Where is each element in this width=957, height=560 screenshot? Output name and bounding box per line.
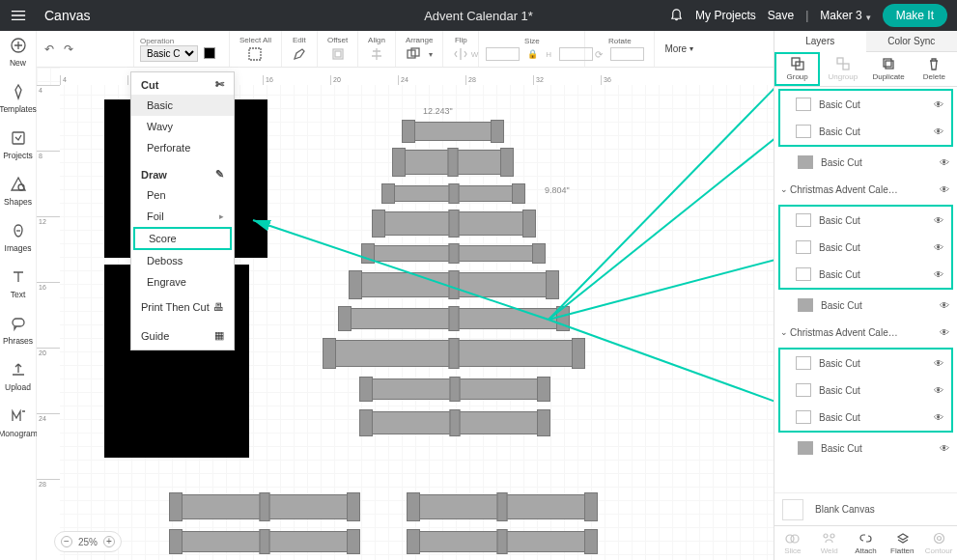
nav-images[interactable]: Images — [5, 222, 32, 253]
eye-icon[interactable]: 👁 — [932, 269, 945, 280]
nav-phrases[interactable]: Phrases — [3, 315, 33, 346]
tool-select-all[interactable]: Select All — [230, 31, 282, 67]
svg-rect-14 — [886, 61, 893, 69]
brand-label: Canvas — [37, 8, 98, 23]
hamburger-icon[interactable] — [0, 0, 37, 31]
nav-upload[interactable]: Upload — [5, 361, 31, 392]
layer-row[interactable]: Basic Cut👁 — [780, 404, 951, 431]
layer-row[interactable]: Basic Cut👁 — [780, 377, 951, 404]
layer-group-header[interactable]: ⌄Christmas Advent Cale…👁 — [774, 176, 957, 203]
op-foil[interactable]: Foil▸ — [131, 206, 234, 227]
op-score[interactable]: Score — [133, 227, 232, 250]
canvas-shape[interactable] — [375, 211, 533, 236]
layer-group-highlight: Basic Cut👁 Basic Cut👁 Basic Cut👁 — [778, 348, 953, 433]
tool-arrange[interactable]: Arrange ▾ — [396, 31, 443, 67]
blank-canvas-row[interactable]: Blank Canvas — [774, 492, 957, 525]
zoom-out-icon[interactable]: − — [61, 536, 72, 547]
tab-layers[interactable]: Layers — [774, 31, 866, 52]
op-guide[interactable]: Guide▦ — [131, 321, 234, 350]
layer-row[interactable]: Basic Cut👁 — [780, 234, 951, 261]
eye-icon[interactable]: 👁 — [932, 242, 945, 253]
canvas-shape[interactable] — [172, 531, 357, 552]
eye-icon[interactable]: 👁 — [932, 215, 945, 226]
canvas-shape[interactable] — [362, 378, 548, 400]
layer-row[interactable]: Basic Cut👁 — [780, 261, 951, 288]
nav-new[interactable]: New — [10, 37, 27, 68]
svg-rect-12 — [843, 64, 849, 70]
canvas-shape[interactable] — [364, 245, 543, 262]
zoom-control[interactable]: − 25% + — [54, 531, 122, 552]
layers-duplicate-button[interactable]: Duplicate — [866, 52, 912, 86]
op-basic[interactable]: Basic — [131, 95, 234, 116]
canvas-shape[interactable] — [409, 531, 595, 552]
layers-delete-button[interactable]: Delete — [912, 52, 957, 86]
op-wavy[interactable]: Wavy — [131, 116, 234, 137]
eye-icon[interactable]: 👁 — [938, 157, 951, 168]
dimension-width: 12.243" — [423, 106, 453, 116]
undo-icon[interactable]: ↶ — [44, 42, 54, 56]
zoom-in-icon[interactable]: + — [103, 536, 115, 547]
chevron-right-icon: ▸ — [219, 211, 224, 221]
tab-color-sync[interactable]: Color Sync — [866, 31, 958, 52]
canvas-shape[interactable] — [405, 122, 501, 141]
eye-icon[interactable]: 👁 — [938, 184, 951, 195]
svg-rect-4 — [249, 48, 261, 60]
eye-icon[interactable]: 👁 — [932, 99, 945, 110]
make-it-button[interactable]: Make It — [883, 4, 947, 27]
foot-weld: Weld — [811, 526, 848, 560]
layer-group-header[interactable]: ⌄Christmas Advent Cale…👁 — [774, 319, 957, 346]
foot-flatten[interactable]: Flatten — [884, 526, 920, 560]
eye-icon[interactable]: 👁 — [938, 443, 951, 454]
eye-icon[interactable]: 👁 — [932, 358, 945, 369]
operation-dropdown: Cut✄ Basic Wavy Perforate Draw✎ Pen Foil… — [130, 71, 235, 350]
tool-more[interactable]: More▾ — [655, 31, 703, 67]
layer-row[interactable]: Basic Cut👁 — [780, 207, 951, 234]
tool-align: Align — [358, 31, 396, 67]
operation-color-swatch[interactable] — [204, 47, 215, 59]
eye-icon[interactable]: 👁 — [932, 385, 945, 396]
nav-projects[interactable]: Projects — [3, 129, 33, 160]
save-link[interactable]: Save — [768, 9, 794, 22]
nav-templates[interactable]: Templates — [0, 83, 37, 114]
layer-row[interactable]: Basic Cut👁 — [780, 350, 951, 377]
op-perforate[interactable]: Perforate — [131, 137, 234, 158]
layer-row[interactable]: Basic Cut👁 — [774, 292, 957, 319]
canvas-shape[interactable] — [409, 494, 595, 519]
chevron-down-icon[interactable]: ⌄ — [780, 327, 790, 337]
canvas-shape[interactable] — [362, 411, 548, 434]
layers-group-button[interactable]: Group — [774, 52, 820, 86]
canvas-shape[interactable] — [325, 340, 582, 367]
canvas-shape[interactable] — [352, 272, 556, 297]
eye-icon[interactable]: 👁 — [938, 300, 951, 311]
canvas-shape[interactable] — [384, 185, 522, 202]
canvas-shape[interactable] — [395, 150, 511, 175]
project-title[interactable]: Advent Calendar 1* — [424, 9, 533, 23]
nav-text[interactable]: Text — [10, 268, 27, 299]
layer-row[interactable]: Basic Cut👁 — [774, 434, 957, 462]
tool-edit[interactable]: Edit — [282, 31, 318, 67]
nav-shapes[interactable]: Shapes — [4, 176, 32, 207]
eye-icon[interactable]: 👁 — [932, 126, 945, 137]
op-deboss[interactable]: Deboss — [131, 250, 234, 271]
foot-attach[interactable]: Attach — [848, 526, 885, 560]
layer-row[interactable]: Basic Cut👁 — [780, 118, 951, 145]
eye-icon[interactable]: 👁 — [932, 412, 945, 423]
svg-point-16 — [791, 535, 799, 543]
eye-icon[interactable]: 👁 — [938, 327, 951, 338]
layer-row[interactable]: Basic Cut👁 — [780, 91, 951, 118]
nav-monogram[interactable]: Monogram — [0, 407, 38, 438]
chevron-down-icon[interactable]: ⌄ — [780, 184, 790, 194]
op-print-then-cut[interactable]: Print Then Cut🖶 — [131, 293, 234, 321]
canvas-shape[interactable] — [172, 494, 357, 519]
machine-selector[interactable]: Maker 3▾ — [820, 9, 870, 22]
op-pen[interactable]: Pen — [131, 184, 234, 206]
redo-icon[interactable]: ↷ — [64, 42, 73, 56]
zoom-value: 25% — [78, 537, 98, 547]
bell-icon[interactable] — [669, 7, 684, 24]
canvas-shape[interactable] — [341, 308, 567, 329]
layer-row[interactable]: Basic Cut👁 — [774, 149, 957, 176]
my-projects-link[interactable]: My Projects — [695, 9, 756, 22]
operation-select[interactable]: Basic Cut — [140, 45, 198, 62]
separator: | — [805, 9, 808, 22]
op-engrave[interactable]: Engrave — [131, 271, 234, 293]
